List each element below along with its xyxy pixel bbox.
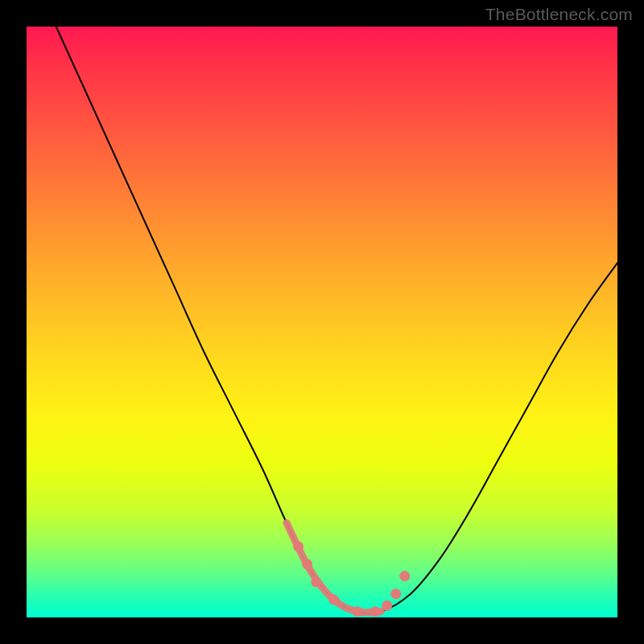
attribution-text: TheBottleneck.com bbox=[485, 5, 633, 24]
highlight-dot bbox=[302, 559, 312, 569]
highlight-dot bbox=[399, 571, 410, 581]
highlight-dot bbox=[382, 601, 392, 611]
highlight-dot bbox=[390, 588, 401, 599]
highlight-dot bbox=[328, 594, 339, 605]
chart-frame: TheBottleneck.com bbox=[0, 0, 644, 644]
chart-svg bbox=[27, 27, 617, 617]
highlight-dots bbox=[293, 541, 410, 617]
bottleneck-curve bbox=[56, 27, 617, 613]
highlight-dot bbox=[370, 606, 381, 617]
highlight-dot bbox=[311, 576, 321, 587]
highlight-dot bbox=[293, 541, 303, 551]
highlight-dot bbox=[353, 606, 363, 617]
